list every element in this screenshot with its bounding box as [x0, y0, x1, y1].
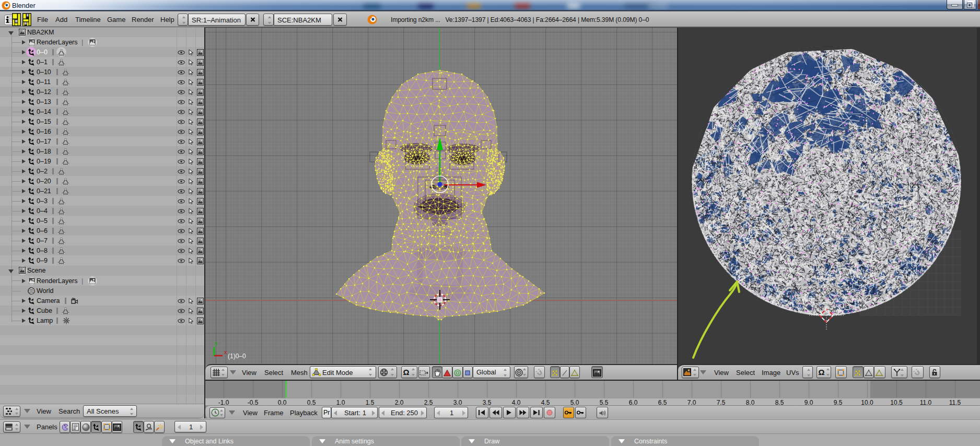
svg-text:Ω: Ω	[818, 368, 824, 377]
svg-text:y: y	[215, 340, 218, 346]
svg-text:Ω: Ω	[403, 368, 409, 377]
svg-text:x: x	[224, 349, 227, 355]
